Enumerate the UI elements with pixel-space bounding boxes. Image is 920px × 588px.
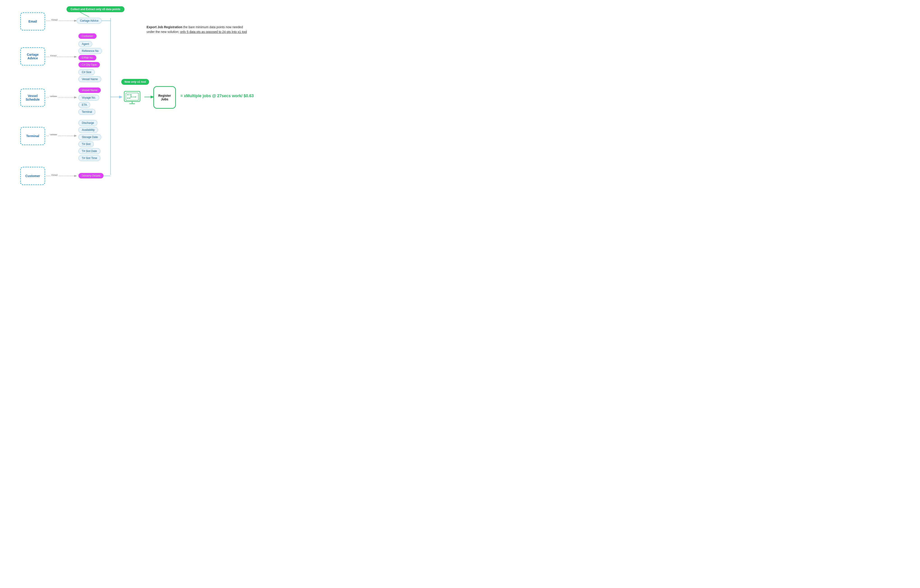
pill-t-slot-date: T# Slot Date <box>78 148 100 154</box>
pill-availability: Availability <box>78 127 98 133</box>
source-email: Email <box>20 12 45 31</box>
svg-rect-12 <box>126 93 138 100</box>
svg-point-21 <box>127 98 128 99</box>
pill-t-slot: T# Slot <box>78 141 94 147</box>
arrow-label-validate-terminal: Validate <box>49 133 58 136</box>
source-customer: Customer <box>20 167 45 185</box>
pill-ern-no: ERN# No <box>78 55 96 60</box>
source-cartage: CartageAdvice <box>20 47 45 65</box>
pill-storage-date: Storage Date <box>78 134 101 140</box>
source-vessel: VesselSchedule <box>20 89 45 107</box>
result-text: = xMultiple jobs @ 27secs work/ $0.63 <box>180 94 254 98</box>
pill-reference-no: Reference No <box>78 48 102 54</box>
arrow-label-extract-customer: Extract <box>51 174 58 177</box>
pill-vessel-name-1: Vessel Name <box>78 76 101 82</box>
pill-c-qty-type: C# Qty-Type <box>78 62 100 68</box>
computer-icon <box>121 88 143 107</box>
pill-discharge: Discharge <box>78 120 97 126</box>
collect-badge: Collect and Extract only x5 data points <box>66 6 125 12</box>
pill-agent: Agent <box>78 41 92 47</box>
pill-delivery-details: Delivery Details <box>78 173 104 178</box>
svg-point-17 <box>127 94 128 95</box>
now-badge: Now only x1 tool <box>121 79 149 85</box>
svg-point-18 <box>131 94 131 95</box>
pill-customer: Customer <box>78 33 97 39</box>
pill-voyage-no: Voyage No. <box>78 95 99 100</box>
svg-point-20 <box>135 97 136 97</box>
svg-point-19 <box>131 97 131 97</box>
arrow-label-extract-cartage: Extract <box>50 54 57 57</box>
register-jobs-box: RegisterJobs <box>153 86 176 109</box>
arrow-label-validate-vessel: Validate <box>49 95 58 98</box>
arrow-label-extract-email: Extract <box>51 18 58 21</box>
pill-cartage-advice: Cartage Advice <box>77 18 102 24</box>
description-text: Export Job Registration the bare minimum… <box>147 25 250 34</box>
pill-vessel-name-2: Vessel Name <box>78 87 101 93</box>
pill-t-slot-time: T# Slot Time <box>78 155 100 161</box>
pill-terminal: Terminal <box>78 109 96 115</box>
description-bold: Export Job Registration <box>147 25 182 29</box>
pill-eta: ETA <box>78 102 90 108</box>
description-underline: only 5 data pts as opposed to 24 pts int… <box>180 30 247 34</box>
svg-point-22 <box>130 98 130 99</box>
pill-c-size: C# Size <box>78 69 95 75</box>
diagram-container: Collect and Extract only x5 data points … <box>0 0 307 203</box>
source-terminal: Terminal <box>20 127 45 145</box>
